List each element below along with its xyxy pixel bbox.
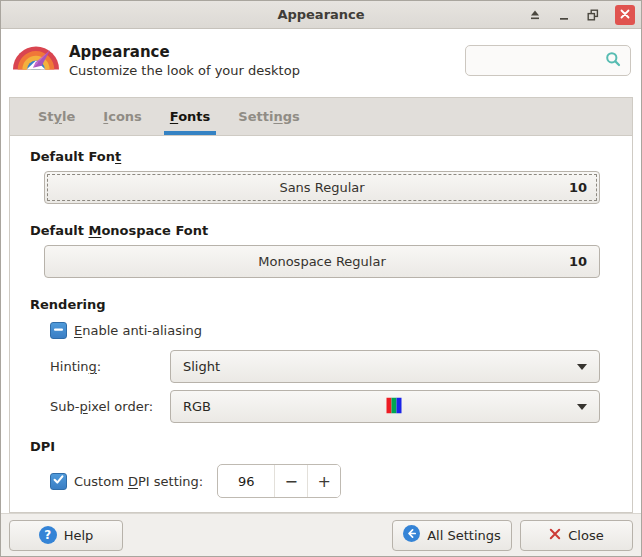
hinting-value: Slight bbox=[183, 359, 220, 374]
tab-style[interactable]: Style bbox=[24, 98, 89, 135]
checkmark-icon bbox=[52, 473, 65, 489]
help-button-label: Help bbox=[64, 528, 94, 543]
default-mono-button[interactable]: Monospace Regular 10 bbox=[44, 245, 600, 278]
minimize-icon bbox=[558, 9, 570, 21]
settings-notebook: Style Icons Fonts Settings Default Font … bbox=[9, 97, 633, 513]
default-mono-heading: Default Monospace Font bbox=[30, 223, 612, 238]
main-area: Style Icons Fonts Settings Default Font … bbox=[1, 91, 641, 513]
default-mono-value: Monospace Regular bbox=[258, 254, 386, 269]
custom-dpi-label[interactable]: Custom DPI setting: bbox=[74, 474, 203, 489]
hinting-row: Hinting: Slight bbox=[50, 350, 600, 383]
dpi-decrement-button[interactable]: − bbox=[274, 465, 307, 497]
search-input[interactable] bbox=[475, 53, 605, 68]
page-title: Appearance bbox=[69, 43, 300, 61]
tab-settings-label: Settings bbox=[238, 109, 299, 124]
dpi-spinbox: 96 − + bbox=[217, 464, 341, 498]
shade-icon bbox=[529, 9, 541, 21]
tab-settings[interactable]: Settings bbox=[224, 98, 313, 135]
titlebar[interactable]: Appearance bbox=[1, 1, 641, 29]
antialias-row: Enable anti-aliasing bbox=[50, 319, 612, 341]
header-titles: Appearance Customize the look of your de… bbox=[69, 43, 300, 78]
hinting-label: Hinting: bbox=[50, 359, 170, 374]
header: Appearance Customize the look of your de… bbox=[1, 29, 641, 91]
dpi-heading: DPI bbox=[30, 439, 612, 454]
appearance-window: Appearance bbox=[0, 0, 642, 557]
window-controls bbox=[527, 5, 635, 25]
all-settings-button-label: All Settings bbox=[427, 528, 501, 543]
subpixel-label: Sub-pixel order: bbox=[50, 399, 170, 414]
antialias-label[interactable]: Enable anti-aliasing bbox=[74, 323, 202, 338]
maximize-button[interactable] bbox=[585, 7, 601, 23]
default-font-button[interactable]: Sans Regular 10 bbox=[44, 171, 600, 204]
shade-button[interactable] bbox=[527, 7, 543, 23]
antialias-checkbox[interactable] bbox=[50, 322, 67, 339]
default-font-value: Sans Regular bbox=[279, 180, 364, 195]
custom-dpi-checkbox[interactable] bbox=[50, 473, 67, 490]
tab-fonts-label: Fonts bbox=[170, 109, 211, 124]
rgb-stripes-icon bbox=[386, 397, 402, 416]
chevron-down-icon bbox=[577, 364, 587, 370]
back-arrow-icon bbox=[403, 525, 420, 545]
close-window-icon bbox=[620, 7, 630, 22]
close-button[interactable]: Close bbox=[520, 520, 633, 551]
minimize-button[interactable] bbox=[556, 7, 572, 23]
appearance-app-icon bbox=[13, 37, 59, 83]
search-box[interactable] bbox=[465, 45, 631, 76]
all-settings-button[interactable]: All Settings bbox=[392, 520, 512, 551]
tab-icons[interactable]: Icons bbox=[89, 98, 155, 135]
tab-style-label: Style bbox=[38, 109, 75, 124]
default-mono-size: 10 bbox=[569, 254, 587, 269]
chevron-down-icon bbox=[577, 404, 587, 410]
default-font-heading: Default Font bbox=[30, 149, 612, 164]
tab-icons-label: Icons bbox=[103, 109, 141, 124]
default-font-size: 10 bbox=[569, 180, 587, 195]
page-subtitle: Customize the look of your desktop bbox=[69, 63, 300, 78]
dpi-value[interactable]: 96 bbox=[218, 465, 274, 497]
action-bar: ? Help All Settings Close bbox=[1, 513, 641, 556]
rendering-heading: Rendering bbox=[30, 297, 612, 312]
subpixel-dropdown[interactable]: RGB bbox=[170, 390, 600, 423]
indeterminate-mark-icon bbox=[53, 323, 64, 338]
fonts-tab-content: Default Font Sans Regular 10 Default Mon… bbox=[10, 136, 632, 512]
tab-fonts[interactable]: Fonts bbox=[156, 98, 225, 135]
restore-icon bbox=[587, 9, 599, 21]
close-button-label: Close bbox=[568, 528, 603, 543]
hinting-dropdown[interactable]: Slight bbox=[170, 350, 600, 383]
help-icon: ? bbox=[39, 526, 57, 544]
search-icon bbox=[605, 51, 621, 70]
close-window-button[interactable] bbox=[615, 5, 635, 25]
help-button[interactable]: ? Help bbox=[9, 520, 123, 551]
subpixel-row: Sub-pixel order: RGB bbox=[50, 390, 600, 423]
subpixel-value: RGB bbox=[183, 399, 211, 414]
close-icon bbox=[549, 528, 561, 543]
dpi-increment-button[interactable]: + bbox=[307, 465, 340, 497]
custom-dpi-row: Custom DPI setting: 96 − + bbox=[50, 464, 612, 498]
tab-bar: Style Icons Fonts Settings bbox=[10, 98, 632, 136]
